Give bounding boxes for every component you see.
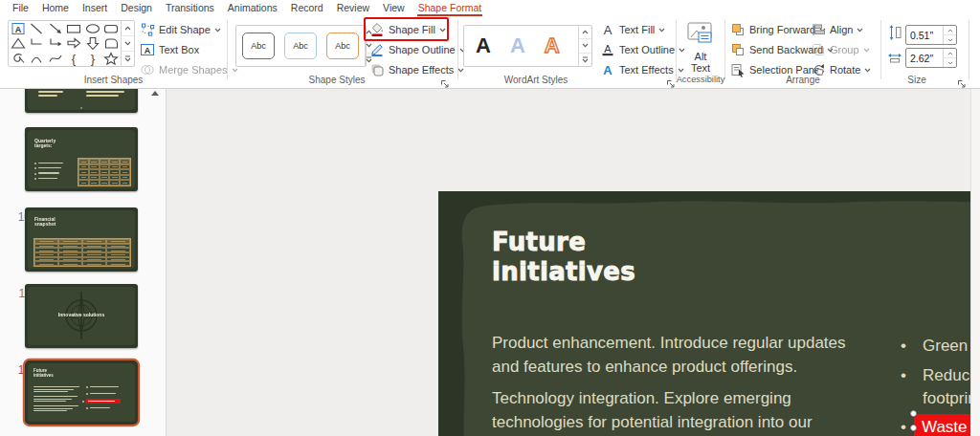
- spinner-down-icon[interactable]: [944, 58, 956, 67]
- shape-height-field-spinner[interactable]: [943, 26, 956, 44]
- gallery-scroll-up[interactable]: [122, 21, 134, 36]
- shape-block-arrow-down-icon[interactable]: [84, 35, 101, 51]
- shape-fill-icon: [369, 22, 385, 37]
- menu-tab-animations[interactable]: Animations: [221, 0, 284, 16]
- size-height-icon: [887, 24, 902, 45]
- menu-tab-file[interactable]: File: [6, 0, 35, 16]
- gallery-scroll-up[interactable]: [579, 26, 591, 39]
- thumbnail-scroll-up-icon[interactable]: [151, 91, 159, 96]
- group-button[interactable]: Group: [811, 41, 870, 58]
- dialog-launcher-size[interactable]: [957, 76, 967, 85]
- shape-corner-shape-icon[interactable]: [102, 35, 120, 51]
- menu-tab-review[interactable]: Review: [330, 0, 376, 16]
- chevron-down-icon: [857, 28, 863, 33]
- slide-body-text[interactable]: Product enhancement. Introduce regular u…: [492, 332, 873, 436]
- menu-tab-shape-format[interactable]: Shape Format: [412, 0, 489, 16]
- shape-width-field[interactable]: 2.62": [905, 48, 957, 68]
- shape-height-field-value: 0.51": [906, 30, 943, 41]
- shape-elbow-arrow-connector-icon[interactable]: [47, 35, 64, 51]
- shape-style-preset-2[interactable]: Abc: [284, 33, 317, 59]
- spinner-down-icon[interactable]: [944, 35, 956, 44]
- ribbon-group-label-insert-shapes: Insert Shapes: [0, 75, 227, 85]
- gallery-scroll-down[interactable]: [579, 39, 591, 53]
- bring-forward-button[interactable]: Bring Forward: [730, 21, 813, 38]
- menu-tab-view[interactable]: View: [376, 0, 412, 16]
- slide-thumbnail-11[interactable]: Innovative solutions: [25, 284, 138, 348]
- ribbon-group-label-arrange: Arrange: [725, 75, 880, 85]
- wordart-preset-1[interactable]: A: [476, 33, 491, 58]
- shape-text-box-shape-icon[interactable]: A: [10, 21, 27, 36]
- slide-thumbnail-12[interactable]: Future initiatives: [25, 360, 138, 425]
- svg-text:{: {: [72, 51, 77, 65]
- ribbon-group-label-accessibility: Accessibility: [676, 75, 725, 84]
- alt-text-button[interactable]: Alt Text: [678, 21, 724, 74]
- menu-tab-design[interactable]: Design: [114, 0, 159, 16]
- align-button[interactable]: Align: [811, 21, 863, 38]
- svg-text:A: A: [145, 46, 151, 55]
- shape-style-preset-1[interactable]: Abc: [242, 33, 275, 59]
- gallery-scroll-down[interactable]: [122, 36, 134, 52]
- slide-bullet-reduced-carbon-footprint[interactable]: Reduced carbon footprint: [898, 364, 980, 410]
- shape-style-preset-3[interactable]: Abc: [326, 33, 359, 59]
- text-effects-label: Text Effects: [619, 64, 674, 76]
- text-outline-button[interactable]: AText Outline: [600, 41, 685, 58]
- slide-thumbnail-partial[interactable]: [25, 88, 138, 113]
- slide-canvas[interactable]: Future initiatives Product enhancement. …: [438, 191, 980, 436]
- dialog-launcher-shape-styles[interactable]: [440, 76, 450, 85]
- shape-rounded-rectangle-icon[interactable]: [102, 21, 120, 36]
- gallery-more[interactable]: [122, 52, 134, 66]
- edit-shape-icon: [140, 22, 155, 37]
- shape-curve-icon[interactable]: [47, 51, 64, 66]
- shape-oval-icon[interactable]: [84, 21, 101, 36]
- text-box-icon: A: [140, 42, 155, 57]
- shape-right-brace-icon[interactable]: }: [84, 51, 101, 66]
- menu-tab-record[interactable]: Record: [284, 0, 330, 16]
- shape-rectangle-icon[interactable]: [65, 21, 82, 36]
- slide-thumbnail-10[interactable]: Financial snapshot: [25, 207, 138, 272]
- menu-tab-home[interactable]: Home: [35, 0, 76, 16]
- ribbon-group-label-wordart-styles: WordArt Styles: [450, 75, 622, 85]
- shape-elbow-connector-icon[interactable]: [28, 35, 45, 51]
- selection-handle-top-left[interactable]: [910, 410, 917, 417]
- dialog-launcher-wordart-styles[interactable]: [666, 76, 676, 85]
- shape-scribble-icon[interactable]: [10, 51, 27, 66]
- text-fill-icon: A: [600, 22, 615, 37]
- thumbnail-title: Financial snapshot: [34, 216, 56, 227]
- text-fill-button[interactable]: AText Fill: [600, 21, 665, 38]
- shape-outline-button[interactable]: Shape Outline: [369, 41, 466, 58]
- align-label: Align: [830, 24, 853, 35]
- spinner-up-icon[interactable]: [944, 49, 956, 58]
- chevron-down-icon: [214, 28, 221, 33]
- slide-bullet-list[interactable]: Green supply chainReduced carbon footpri…: [898, 335, 980, 436]
- shape-arrow-line-icon[interactable]: [47, 21, 64, 36]
- gallery-more[interactable]: [579, 54, 591, 66]
- send-backward-button[interactable]: Send Backward: [730, 41, 813, 58]
- ribbon-group-label-size: Size: [882, 75, 951, 85]
- slide-thumbnail-9[interactable]: Quarterly targets:: [25, 127, 138, 191]
- slide-bullet-green-supply-chain[interactable]: Green supply chain: [898, 335, 980, 358]
- selection-handle-mid-left[interactable]: [910, 425, 917, 431]
- vertical-scrollbar[interactable]: [970, 88, 980, 436]
- edit-shape-button[interactable]: Edit Shape: [140, 21, 221, 38]
- chevron-down-icon: [457, 68, 464, 73]
- shape-star-icon[interactable]: [102, 51, 120, 66]
- shape-arc-icon[interactable]: [28, 51, 45, 66]
- shape-height-field[interactable]: 0.51": [905, 25, 957, 45]
- size-width-icon: [887, 47, 902, 68]
- menu-tab-insert[interactable]: Insert: [76, 0, 114, 16]
- slide-title[interactable]: Future initiatives: [492, 228, 717, 287]
- menu-tab-transitions[interactable]: Transitions: [159, 0, 221, 16]
- slide-paragraph-2: Technology integration. Explore emerging…: [492, 387, 873, 436]
- shape-block-arrow-right-icon[interactable]: [65, 35, 82, 51]
- shape-line-icon[interactable]: [28, 21, 45, 36]
- shape-width-field-spinner[interactable]: [943, 49, 956, 67]
- wordart-preset-3[interactable]: A: [545, 33, 560, 58]
- shape-left-brace-icon[interactable]: {: [65, 51, 82, 66]
- insert-shapes-gallery: A{}: [8, 20, 135, 67]
- text-box-button[interactable]: AText Box: [140, 41, 199, 58]
- shape-triangle-icon[interactable]: [10, 35, 27, 51]
- spinner-up-icon[interactable]: [944, 26, 956, 35]
- shape-fill-button[interactable]: Shape Fill: [369, 21, 446, 38]
- slide-bullet-waste-reduction[interactable]: Waste Reduction: [898, 413, 980, 436]
- wordart-preset-2[interactable]: A: [510, 33, 525, 58]
